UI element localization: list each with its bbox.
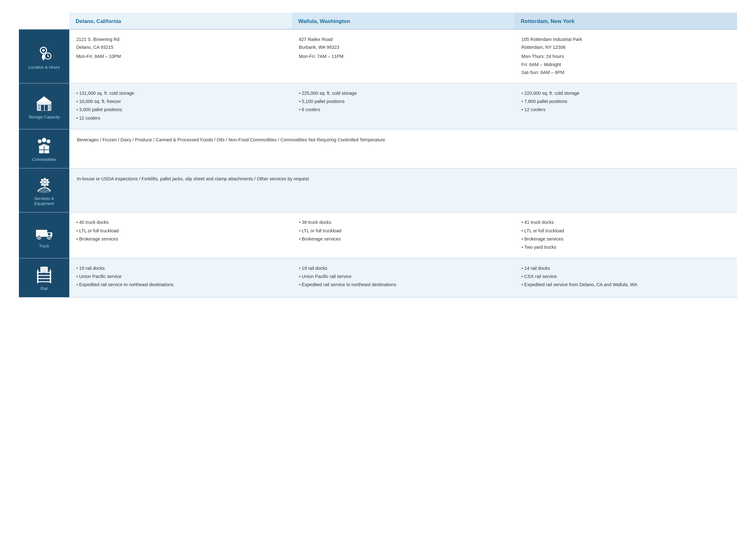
content-storage-capacity-col2: 225,000 sq. ft. cold storage5,100 pallet… bbox=[292, 83, 515, 129]
content-services-equipment: In-house or USDA inspections / Forklifts… bbox=[69, 169, 737, 213]
list-item: 38 truck docks bbox=[299, 219, 508, 226]
header-rotterdam: Rotterdam, New York bbox=[514, 13, 737, 29]
list-item: 14 rail docks bbox=[521, 265, 730, 272]
list-item: 19 rail docks bbox=[76, 265, 285, 272]
sidebar-label-storage-capacity: Storage Capacity bbox=[28, 115, 60, 120]
sidebar-label-location-hours: Location & Hours bbox=[28, 65, 60, 70]
list-item: 10,000 sq. ft. freezer bbox=[76, 98, 285, 105]
svg-point-42 bbox=[49, 237, 50, 238]
sidebar-truck: Truck bbox=[19, 213, 69, 258]
sidebar-services-equipment: Services &Equipment bbox=[19, 169, 69, 213]
content-truck-col1: 40 truck docksLTL or full truckloadBroke… bbox=[69, 213, 292, 258]
list-item: 5,100 pallet positions bbox=[299, 98, 508, 105]
list-item: CSX rail service bbox=[521, 273, 730, 280]
svg-point-1 bbox=[42, 49, 45, 52]
list-item: 131,000 sq. ft. cold storage bbox=[76, 90, 285, 97]
svg-rect-27 bbox=[44, 185, 46, 187]
svg-rect-30 bbox=[41, 179, 43, 181]
svg-point-19 bbox=[47, 140, 50, 143]
svg-point-40 bbox=[38, 237, 40, 238]
list-item: 40 truck docks bbox=[76, 219, 285, 226]
svg-rect-29 bbox=[47, 181, 49, 183]
list-item: Brokerage services bbox=[521, 236, 730, 243]
svg-point-52 bbox=[41, 272, 43, 273]
svg-marker-23 bbox=[38, 144, 50, 146]
svg-point-17 bbox=[38, 140, 42, 143]
list-item: 41 truck docks bbox=[521, 219, 730, 226]
list-item: Brokerage services bbox=[299, 236, 508, 243]
svg-marker-7 bbox=[36, 96, 52, 102]
list-item: LTL or full truckload bbox=[521, 227, 730, 235]
row-commodities: CommoditiesBeverages / Frozen / Dairy / … bbox=[19, 129, 737, 169]
row-rail: Rail19 rail docksUnion Pacific serviceEx… bbox=[19, 259, 737, 297]
svg-rect-36 bbox=[36, 230, 47, 237]
text-line: Delano, CA 93215 bbox=[76, 44, 285, 51]
text-line: 105 Rotterdam Industrial Park bbox=[521, 36, 730, 43]
text-line: Rotterdam, NY 12306 bbox=[521, 44, 730, 51]
svg-point-18 bbox=[42, 138, 46, 142]
list-item: Expedited rail service to northeast dest… bbox=[299, 281, 508, 288]
header-empty bbox=[19, 13, 69, 29]
text-line: Mon-Thurs: 24 hours bbox=[521, 53, 730, 60]
list-item: Brokerage services bbox=[76, 236, 285, 243]
table-header: Delano, California Wallula, Washington R… bbox=[19, 13, 737, 30]
text-line: Burbank, WA 99323 bbox=[299, 44, 508, 51]
text-line: Mon-Fri: 7AM – 11PM bbox=[299, 53, 508, 60]
text-line: 627 Railex Road bbox=[299, 36, 508, 43]
svg-point-5 bbox=[47, 55, 49, 57]
text-line: Fri: 6AM – Midnight bbox=[521, 61, 730, 68]
list-item: Two yard trucks bbox=[521, 244, 730, 251]
list-item: 7,800 pallet positions bbox=[521, 98, 730, 105]
row-truck: Truck40 truck docksLTL or full truckload… bbox=[19, 213, 737, 259]
content-rail-col2: 19 rail docksUnion Pacific rail serviceE… bbox=[292, 259, 515, 297]
sidebar-rail: Rail bbox=[19, 259, 69, 297]
list-item: 12 coolers bbox=[76, 115, 285, 122]
row-services-equipment: Services &EquipmentIn-house or USDA insp… bbox=[19, 169, 737, 213]
content-commodities: Beverages / Frozen / Dairy / Produce / C… bbox=[69, 129, 737, 168]
list-item: Expedited rail service from Delano, CA a… bbox=[521, 281, 730, 288]
content-truck-col2: 38 truck docksLTL or full truckloadBroke… bbox=[292, 213, 515, 258]
list-item: 19 rail docks bbox=[299, 265, 508, 272]
list-item: Union Pacific service bbox=[76, 273, 285, 280]
text-line: Mon-Fri: 8AM – 10PM bbox=[76, 53, 285, 60]
list-item: 6 coolers bbox=[299, 106, 508, 113]
svg-rect-28 bbox=[40, 181, 42, 183]
svg-rect-26 bbox=[44, 178, 46, 180]
text-line: Sat-Sun: 6AM – 6PM bbox=[521, 69, 730, 76]
sidebar-storage-capacity: Storage Capacity bbox=[19, 83, 69, 129]
row-storage-capacity: Storage Capacity131,000 sq. ft. cold sto… bbox=[19, 83, 737, 129]
svg-rect-10 bbox=[45, 105, 48, 111]
list-item: 3,000 pallet positions bbox=[76, 106, 285, 113]
list-item: 12 coolers bbox=[521, 106, 730, 113]
svg-point-53 bbox=[46, 272, 48, 273]
text-line: 2121 S. Browning Rd bbox=[76, 36, 285, 43]
svg-rect-51 bbox=[40, 267, 48, 272]
list-item: Union Pacific rail service bbox=[299, 273, 508, 280]
content-rail-col3: 14 rail docksCSX rail serviceExpedited r… bbox=[514, 259, 737, 297]
sidebar-location-hours: Location & Hours bbox=[19, 30, 69, 83]
content-location-hours-col1: 2121 S. Browning RdDelano, CA 93215Mon-F… bbox=[69, 30, 292, 83]
content-rail-col1: 19 rail docksUnion Pacific serviceExpedi… bbox=[69, 259, 292, 297]
header-wallula: Wallula, Washington bbox=[292, 13, 515, 29]
sidebar-commodities: Commodities bbox=[19, 129, 69, 168]
svg-rect-32 bbox=[41, 183, 43, 186]
header-delano: Delano, California bbox=[69, 13, 292, 29]
list-item: LTL or full truckload bbox=[76, 227, 285, 235]
list-item: LTL or full truckload bbox=[299, 227, 508, 235]
list-item: 225,000 sq. ft. cold storage bbox=[299, 90, 508, 97]
list-item: Expedited rail service to northeast dest… bbox=[76, 281, 285, 288]
svg-rect-9 bbox=[41, 105, 44, 111]
content-storage-capacity-col3: 220,000 sq. ft. cold storage7,800 pallet… bbox=[514, 83, 737, 129]
sidebar-label-commodities: Commodities bbox=[32, 157, 56, 163]
sidebar-label-services-equipment: Services &Equipment bbox=[34, 196, 54, 207]
content-truck-col3: 41 truck docksLTL or full truckloadBroke… bbox=[514, 213, 737, 258]
sidebar-label-rail: Rail bbox=[41, 286, 48, 291]
row-location-hours: Location & Hours2121 S. Browning RdDelan… bbox=[19, 30, 737, 83]
svg-point-34 bbox=[38, 189, 50, 193]
svg-rect-38 bbox=[48, 233, 50, 235]
content-location-hours-col3: 105 Rotterdam Industrial ParkRotterdam, … bbox=[514, 30, 737, 83]
sidebar-label-truck: Truck bbox=[39, 244, 49, 249]
list-item: 220,000 sq. ft. cold storage bbox=[521, 90, 730, 97]
content-location-hours-col2: 627 Railex RoadBurbank, WA 99323Mon-Fri:… bbox=[292, 30, 515, 83]
content-storage-capacity-col1: 131,000 sq. ft. cold storage10,000 sq. f… bbox=[69, 83, 292, 129]
